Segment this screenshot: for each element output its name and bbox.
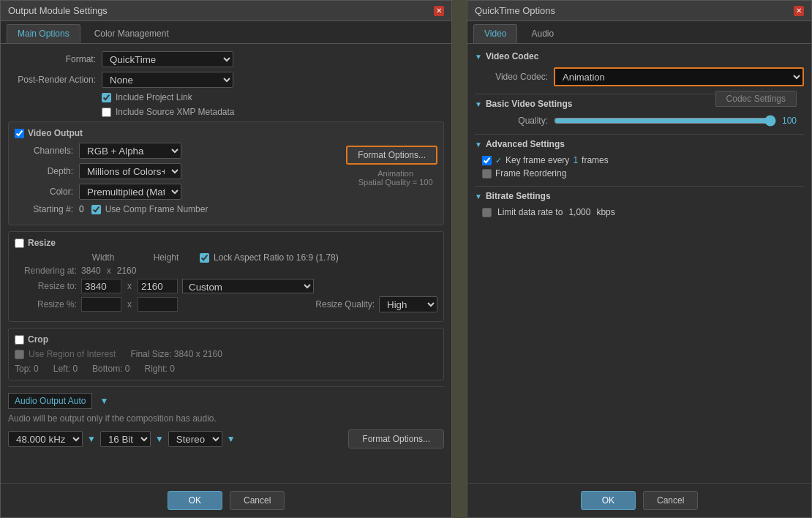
bitrate-row: Limit data rate to 1,000 kbps	[475, 207, 804, 217]
resize-panel: Resize Width Height Lock Aspect Ratio to…	[8, 231, 444, 322]
video-codec-arrow: ▼	[475, 53, 482, 61]
x-sep-2: x	[127, 281, 132, 291]
quality-slider[interactable]	[554, 115, 776, 127]
channels-select2[interactable]: Stereo	[168, 431, 222, 447]
quicktime-options-dialog: QuickTime Options ✕ Video Audio ▼ Video …	[467, 0, 812, 518]
right-ok-button[interactable]: OK	[581, 491, 636, 510]
video-codec-row: Video Codec: Animation	[475, 67, 804, 86]
audio-output-button[interactable]: Audio Output Auto	[8, 393, 92, 409]
audio-format-options-button[interactable]: Format Options...	[348, 429, 444, 448]
advanced-section: ▼ Advanced Settings ✓ Key frame every 1 …	[475, 139, 804, 179]
bitrate-title: ▼ Bitrate Settings	[475, 191, 804, 201]
include-project-link-check[interactable]: Include Project Link	[102, 92, 192, 102]
right-button-row: OK Cancel	[467, 483, 811, 517]
left-label: Left: 0	[53, 364, 78, 374]
video-output-label: Video Output	[28, 128, 83, 138]
bit-depth-select[interactable]: 16 Bit	[100, 431, 151, 447]
resize-pct-label: Resize %:	[15, 299, 77, 309]
resize-check[interactable]	[15, 239, 24, 248]
resize-label: Resize	[28, 238, 56, 248]
use-comp-frame-check[interactable]: Use Comp Frame Number	[91, 204, 208, 214]
color-select[interactable]: Premultiplied (Matted)	[79, 184, 181, 200]
starting-row: Starting #: 0 Use Comp Frame Number	[15, 204, 339, 214]
resize-to-select[interactable]: Custom	[182, 279, 314, 293]
tab-video[interactable]: Video	[473, 24, 517, 43]
use-roi-check[interactable]: Use Region of Interest	[15, 349, 116, 359]
left-dialog-title: Output Module Settings	[8, 5, 108, 16]
tab-main-options[interactable]: Main Options	[7, 24, 80, 43]
left-close-button[interactable]: ✕	[434, 6, 444, 16]
divider-3	[475, 186, 804, 187]
format-options-col: Format Options... Animation Spatial Qual…	[346, 146, 437, 187]
right-title-bar: QuickTime Options ✕	[467, 1, 811, 21]
channels-select[interactable]: RGB + Alpha	[79, 143, 181, 159]
left-dialog-content: Format: QuickTime Post-Render Action: No…	[1, 44, 451, 483]
rendering-at-row: Rendering at: 3840 x 2160	[15, 266, 437, 276]
lock-aspect-check[interactable]: Lock Aspect Ratio to 16:9 (1.78)	[200, 252, 339, 263]
video-codec-section: ▼ Video Codec Video Codec: Animation Cod…	[475, 51, 804, 86]
quicktime-content: ▼ Video Codec Video Codec: Animation Cod…	[467, 44, 811, 483]
post-render-label: Post-Render Action:	[8, 75, 96, 85]
crop-header: Crop	[15, 334, 437, 345]
post-render-select[interactable]: None	[102, 72, 233, 88]
keyframe-check[interactable]	[482, 156, 492, 165]
bitrate-arrow: ▼	[475, 192, 482, 200]
video-codec-select[interactable]: Animation	[554, 67, 804, 86]
video-codec-title: ▼ Video Codec	[475, 51, 804, 61]
video-output-check[interactable]	[15, 129, 24, 138]
format-label: Format:	[8, 54, 96, 64]
left-ok-button[interactable]: OK	[168, 491, 222, 510]
right-tabs: Video Audio	[467, 21, 811, 44]
limit-data-check[interactable]	[482, 208, 492, 217]
right-cancel-button[interactable]: Cancel	[643, 491, 698, 510]
anim-info: Animation Spatial Quality = 100	[358, 169, 433, 187]
frame-reordering-check[interactable]	[482, 169, 492, 179]
sample-rate-select[interactable]: 48.000 kHz	[8, 431, 83, 447]
keyframe-value: 1	[573, 155, 578, 165]
x-sep-1: x	[107, 266, 111, 276]
resize-pct-row: Resize %: x Resize Quality: High	[15, 296, 437, 312]
format-select[interactable]: QuickTime	[102, 51, 233, 67]
checkboxes-row2: Include Source XMP Metadata	[102, 107, 444, 117]
resize-header: Resize	[15, 238, 437, 248]
resize-to-width-input[interactable]	[81, 279, 121, 293]
keyframe-label: Key frame every	[505, 155, 569, 165]
left-tabs: Main Options Color Management	[1, 21, 451, 44]
starting-label: Starting #:	[15, 204, 73, 214]
basic-video-arrow: ▼	[475, 100, 482, 108]
resize-quality-area: Resize Quality: High	[315, 296, 437, 312]
depth-select[interactable]: Millions of Colors+	[79, 163, 181, 179]
left-cancel-button[interactable]: Cancel	[230, 491, 285, 510]
advanced-title: ▼ Advanced Settings	[475, 139, 804, 149]
resize-quality-label: Resize Quality:	[315, 299, 375, 309]
format-options-button[interactable]: Format Options...	[346, 146, 437, 165]
tab-audio[interactable]: Audio	[520, 24, 565, 43]
audio-info: Audio will be output only if the composi…	[8, 413, 444, 424]
basic-video-title: ▼ Basic Video Settings	[475, 99, 715, 109]
resize-quality-select[interactable]: High	[379, 296, 437, 312]
resize-to-height-input[interactable]	[138, 279, 178, 293]
crop-check[interactable]	[15, 335, 24, 345]
limit-data-value: 1,000	[568, 207, 590, 217]
crop-roi-row: Use Region of Interest Final Size: 3840 …	[15, 349, 437, 359]
audio-section: Audio Output Auto ▼ Audio will be output…	[8, 386, 444, 448]
channels-row: Channels: RGB + Alpha	[15, 143, 339, 159]
output-module-dialog: Output Module Settings ✕ Main Options Co…	[0, 0, 452, 518]
color-label: Color:	[15, 187, 73, 197]
divider-1	[475, 94, 715, 94]
left-title-bar: Output Module Settings ✕	[1, 1, 451, 21]
advanced-arrow: ▼	[475, 140, 482, 149]
resize-pct-h-input[interactable]	[138, 297, 178, 312]
right-close-button[interactable]: ✕	[794, 6, 804, 16]
depth-row: Depth: Millions of Colors+	[15, 163, 339, 179]
checkmark: ✓	[495, 156, 502, 165]
resize-pct-w-input[interactable]	[81, 297, 121, 312]
frame-reordering-row: Frame Reordering	[475, 168, 804, 179]
codec-settings-button[interactable]: Codec Settings	[715, 91, 797, 107]
rendering-at-label: Rendering at:	[15, 266, 77, 276]
channels-label: Channels:	[15, 146, 73, 156]
crop-values-row: Top: 0 Left: 0 Bottom: 0 Right: 0	[15, 364, 437, 374]
tab-color-management[interactable]: Color Management	[83, 24, 180, 43]
quality-label: Quality:	[482, 116, 548, 126]
include-xmp-check[interactable]: Include Source XMP Metadata	[102, 107, 235, 117]
